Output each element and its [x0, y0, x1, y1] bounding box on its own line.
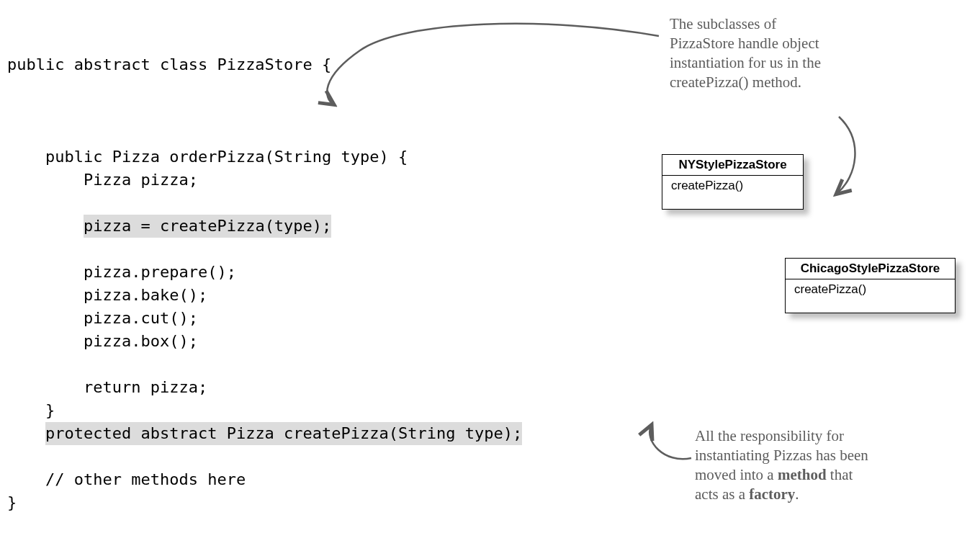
code-line: return pizza;: [7, 378, 207, 396]
code-line: }: [7, 401, 55, 419]
code-highlight-abstract-createpizza: protected abstract Pizza createPizza(Str…: [45, 422, 522, 445]
code-line-pad: [7, 424, 45, 442]
arrow-top-note-to-ny-box-icon: [837, 117, 855, 193]
annotation-subclasses: The subclasses of PizzaStore handle obje…: [670, 14, 914, 92]
code-line-pad: [7, 217, 84, 235]
class-method: createPizza(): [662, 176, 803, 209]
annotation-text: .: [795, 485, 799, 503]
code-line: pizza.box();: [7, 332, 198, 350]
class-box-ny-pizza-store: NYStylePizzaStore createPizza(): [662, 154, 804, 210]
annotation-bold-factory: factory: [749, 485, 795, 503]
code-block: public abstract class PizzaStore { publi…: [7, 53, 522, 514]
class-method: createPizza(): [786, 279, 955, 313]
class-title: ChicagoStylePizzaStore: [786, 259, 955, 279]
code-line: pizza.prepare();: [7, 263, 236, 281]
code-line: Pizza pizza;: [7, 171, 198, 189]
diagram-page: public abstract class PizzaStore { publi…: [0, 0, 980, 533]
code-line: pizza.cut();: [7, 309, 198, 327]
code-highlight-createpizza-call: pizza = createPizza(type);: [84, 215, 331, 238]
annotation-bold-method: method: [778, 466, 827, 483]
class-title: NYStylePizzaStore: [662, 155, 803, 176]
code-line: public abstract class PizzaStore {: [7, 55, 331, 73]
code-line: pizza.bake();: [7, 286, 207, 304]
class-box-chicago-pizza-store: ChicagoStylePizzaStore createPizza(): [785, 258, 956, 313]
annotation-factory-method: All the responsibility for instantiating…: [695, 426, 940, 504]
code-line: }: [7, 493, 17, 511]
arrow-bottom-note-to-abstract-icon: [649, 426, 691, 459]
code-line: public Pizza orderPizza(String type) {: [7, 148, 408, 166]
code-line: // other methods here: [7, 470, 246, 488]
